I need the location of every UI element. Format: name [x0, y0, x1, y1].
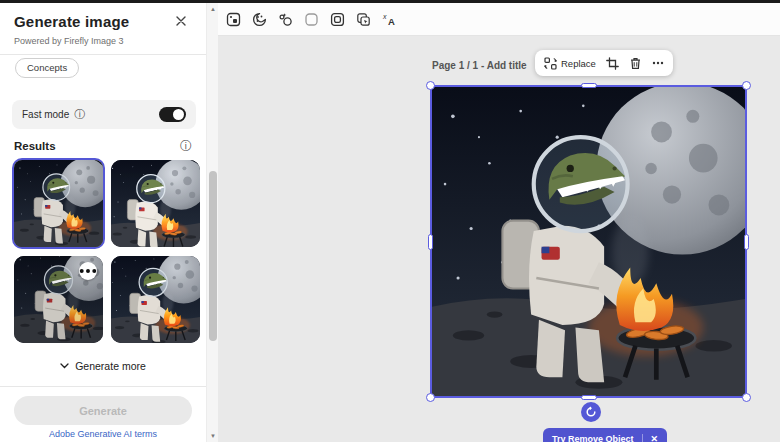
result-image	[14, 160, 103, 247]
results-grid	[14, 160, 198, 343]
remove-object-label: Try Remove Object	[552, 434, 634, 442]
results-heading: Results	[14, 140, 56, 152]
generative-ai-terms-link[interactable]: Adobe Generative AI terms	[0, 429, 206, 439]
result-thumbnail-3[interactable]	[14, 256, 103, 343]
panel-divider	[0, 54, 206, 55]
app-window: Generate image Powered by Firefly Image …	[0, 0, 780, 442]
resize-handle-top[interactable]	[581, 83, 597, 88]
thumbnail-more-icon[interactable]	[79, 262, 97, 280]
color-palette-icon[interactable]	[252, 12, 267, 27]
more-icon[interactable]	[652, 61, 664, 65]
page-title-label[interactable]: Page 1 / 1 - Add title	[432, 60, 527, 71]
frame-icon[interactable]	[330, 12, 345, 27]
fast-mode-row: Fast mode ⓘ	[12, 100, 196, 129]
svg-text:A: A	[388, 16, 395, 27]
trash-icon[interactable]	[629, 57, 642, 70]
panel-divider	[0, 386, 206, 387]
results-info-icon[interactable]: ⓘ	[180, 138, 192, 155]
resize-handle-bottom-left[interactable]	[426, 393, 435, 402]
translate-icon[interactable]: xA	[382, 12, 397, 27]
result-thumbnail-2[interactable]	[111, 160, 200, 247]
scroll-up-icon[interactable]: ▲	[207, 6, 219, 12]
info-icon: ⓘ	[74, 109, 85, 120]
rotate-handle[interactable]	[581, 402, 601, 422]
result-thumbnail-1[interactable]	[14, 160, 103, 247]
duplicate-icon[interactable]	[356, 12, 371, 27]
generate-more-button[interactable]: Generate more	[0, 360, 206, 372]
chevron-down-icon	[60, 363, 69, 369]
crop-icon[interactable]	[606, 57, 619, 70]
resize-handle-left[interactable]	[428, 234, 433, 250]
selected-image[interactable]	[430, 85, 747, 398]
button-divider	[642, 434, 643, 442]
panel-scrollbar[interactable]: ▲ ▼	[206, 3, 218, 442]
scrollbar-thumb[interactable]	[209, 171, 217, 341]
replace-button[interactable]: Replace	[544, 57, 596, 70]
resize-handle-top-right[interactable]	[742, 81, 751, 90]
media-icon[interactable]	[226, 12, 241, 27]
try-remove-object-button[interactable]: Try Remove Object ✕	[543, 428, 667, 442]
shape-icon[interactable]	[304, 12, 319, 27]
scroll-down-icon[interactable]: ▼	[207, 433, 219, 439]
generate-button[interactable]: Generate	[14, 396, 192, 425]
concepts-chip[interactable]: Concepts	[15, 58, 79, 78]
canvas-toolbar: xA	[218, 3, 780, 36]
context-toolbar: Replace	[535, 50, 673, 76]
result-thumbnail-4[interactable]	[111, 256, 200, 343]
svg-text:x: x	[382, 13, 387, 20]
resize-handle-right[interactable]	[744, 234, 749, 250]
close-icon[interactable]	[174, 14, 190, 30]
result-image	[111, 160, 200, 247]
window-top-edge	[0, 0, 780, 3]
generate-more-label: Generate more	[75, 360, 146, 372]
close-icon[interactable]: ✕	[651, 435, 659, 442]
replace-label: Replace	[561, 58, 596, 69]
canvas-image	[432, 87, 745, 396]
effects-icon[interactable]	[278, 12, 293, 27]
panel-subtitle: Powered by Firefly Image 3	[14, 36, 124, 46]
result-image	[111, 256, 200, 343]
generate-image-panel: Generate image Powered by Firefly Image …	[0, 0, 206, 442]
panel-title: Generate image	[14, 13, 129, 30]
resize-handle-bottom[interactable]	[581, 395, 597, 400]
resize-handle-bottom-right[interactable]	[742, 393, 751, 402]
fast-mode-toggle[interactable]	[159, 107, 186, 122]
resize-handle-top-left[interactable]	[426, 81, 435, 90]
rotate-icon	[585, 406, 597, 418]
replace-icon	[544, 57, 557, 70]
fast-mode-label: Fast mode	[22, 109, 69, 120]
toggle-knob	[173, 109, 184, 120]
